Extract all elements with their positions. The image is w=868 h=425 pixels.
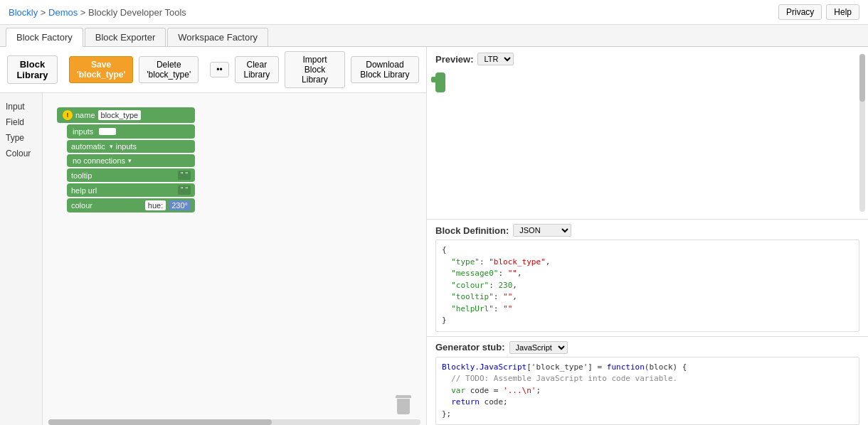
breadcrumb: Blockly > Demos > Blockly Developer Tool… (9, 7, 186, 18)
preview-vertical-scrollbar[interactable] (859, 54, 865, 212)
block-definition-label: Block Definition: JSON JavaScript (435, 224, 859, 237)
trash-icon (395, 395, 412, 415)
inputs-label: inputs (73, 127, 93, 136)
right-panel: Preview: LTR RTL Block Definition: JSON … (427, 47, 868, 425)
workspace: ! name block_type inputs automatic (43, 93, 426, 425)
block-definition-format-select[interactable]: JSON JavaScript (513, 224, 571, 237)
generator-stub-code[interactable]: Blockly.JavaScript['block_type'] = funct… (435, 357, 859, 426)
block-definition-code[interactable]: { "type": "block_type", "message0": "", … (435, 240, 859, 332)
block-tooltip-row[interactable]: tooltip " " (67, 168, 195, 182)
top-bar-buttons: Privacy Help (778, 4, 859, 20)
conn-label: no connections (73, 156, 125, 165)
block-library-button[interactable]: Block Library (7, 55, 58, 84)
download-block-library-button[interactable]: Download Block Library (351, 56, 419, 83)
content-area: Input Field Type Colour ! name block_typ… (0, 93, 426, 425)
preview-direction-select[interactable]: LTR RTL (477, 53, 514, 65)
left-panel: Block Library Save 'block_type' Delete '… (0, 47, 427, 425)
ee-button[interactable]: •• (210, 62, 228, 77)
top-bar: Blockly > Demos > Blockly Developer Tool… (0, 0, 868, 25)
colour-label: colour (71, 201, 92, 210)
privacy-button[interactable]: Privacy (778, 4, 822, 20)
delete-block-type-button[interactable]: Delete 'block_type' (139, 56, 199, 83)
generator-language-select[interactable]: JavaScript Python PHP Lua Dart (509, 341, 568, 354)
sidebar-item-type[interactable]: Type (0, 130, 42, 146)
sidebar-nav: Input Field Type Colour (0, 93, 43, 425)
preview-text: Preview: (435, 54, 473, 65)
block-colour-row[interactable]: colour hue: 230° (67, 198, 195, 212)
block-name-label: name (75, 111, 95, 119)
block-inputs-row[interactable]: inputs (67, 124, 195, 139)
colour-hue-label: hue: (145, 200, 166, 210)
generator-stub-label: Generator stub: JavaScript Python PHP Lu… (435, 341, 859, 354)
preview-label: Preview: LTR RTL (435, 53, 859, 65)
tab-block-exporter[interactable]: Block Exporter (85, 28, 166, 46)
breadcrumb-demos[interactable]: Demos (48, 7, 78, 18)
block-name-row[interactable]: ! name block_type (57, 107, 195, 123)
main-layout: Block Library Save 'block_type' Delete '… (0, 47, 868, 425)
breadcrumb-title: Blockly Developer Tools (88, 7, 186, 18)
preview-section: Preview: LTR RTL (427, 47, 868, 220)
block-factory-area: ! name block_type inputs automatic (43, 93, 426, 227)
def-label-text: Block Definition: (435, 225, 509, 236)
preview-block (435, 72, 859, 92)
colour-hue-value[interactable]: 230° (169, 200, 191, 210)
helpurl-label: help url (71, 186, 97, 195)
conn-dropdown-icon[interactable]: ▾ (128, 157, 132, 164)
auto-inputs-label: inputs (116, 142, 137, 151)
tab-bar: Block Factory Block Exporter Workspace F… (0, 25, 868, 47)
gen-label-text: Generator stub: (435, 342, 505, 353)
auto-dropdown-icon[interactable]: ▾ (110, 143, 113, 150)
block-connections-row[interactable]: no connections ▾ (67, 154, 195, 167)
breadcrumb-sep1: > (41, 7, 48, 18)
preview-block-shape (435, 72, 445, 92)
help-button[interactable]: Help (826, 4, 859, 20)
tooltip-quote: " " (178, 171, 191, 180)
generator-stub-section: Generator stub: JavaScript Python PHP Lu… (427, 337, 868, 426)
sidebar-item-input[interactable]: Input (0, 99, 42, 114)
trash-area[interactable] (395, 395, 412, 415)
block-auto-row[interactable]: automatic ▾ inputs (67, 140, 195, 153)
sidebar-item-field[interactable]: Field (0, 114, 42, 130)
breadcrumb-blockly[interactable]: Blockly (9, 7, 38, 18)
block-name-field[interactable]: block_type (98, 110, 142, 120)
left-toolbar: Block Library Save 'block_type' Delete '… (0, 47, 426, 93)
warning-icon: ! (63, 110, 73, 120)
sidebar-item-colour[interactable]: Colour (0, 146, 42, 161)
helpurl-quote: " " (178, 185, 191, 195)
auto-label: automatic (71, 142, 105, 151)
clear-library-button[interactable]: Clear Library (235, 56, 279, 83)
tab-workspace-factory[interactable]: Workspace Factory (167, 28, 268, 46)
block-helpurl-row[interactable]: help url " " (67, 183, 195, 197)
breadcrumb-sep2: > (80, 7, 88, 18)
tab-block-factory[interactable]: Block Factory (6, 28, 83, 47)
block-definition-section: Block Definition: JSON JavaScript { "typ… (427, 220, 868, 337)
import-block-library-button[interactable]: Import Block Library (285, 51, 345, 88)
block-stack: ! name block_type inputs automatic (57, 107, 195, 212)
save-block-type-button[interactable]: Save 'block_type' (69, 56, 133, 83)
tooltip-label: tooltip (71, 171, 92, 180)
horizontal-scrollbar[interactable] (48, 419, 420, 425)
